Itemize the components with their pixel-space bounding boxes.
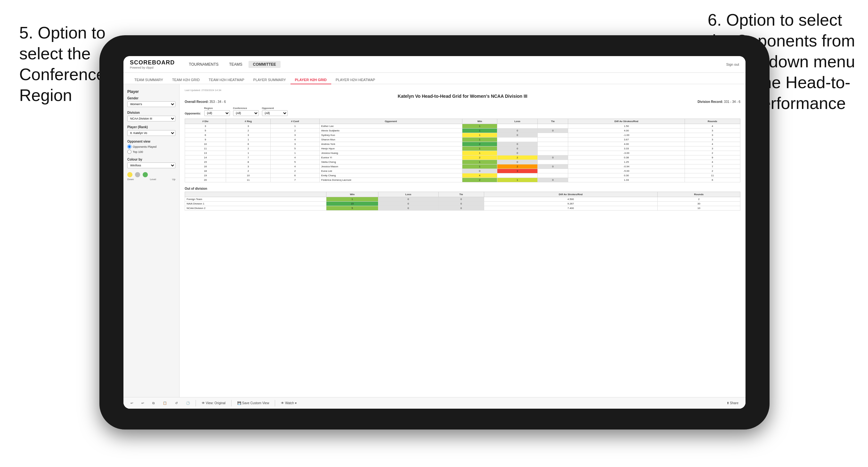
table-cell: -0.94: [568, 164, 685, 169]
sidebar-gender-label: Gender: [127, 96, 176, 100]
ood-table-cell: NCAA Division 2: [185, 206, 327, 211]
sidebar-opponent-view-label: Opponent view: [127, 140, 176, 143]
ood-table-cell: 0: [378, 197, 438, 201]
toolbar-redo[interactable]: ↩: [139, 400, 147, 406]
records-row: Overall Record: 353 - 34 - 6 Division Re…: [185, 100, 740, 103]
ood-table-cell: 9.267: [484, 201, 657, 206]
table-cell: 1: [226, 151, 270, 155]
toolbar-save-custom-view[interactable]: 💾 Save Custom View: [235, 400, 272, 406]
toolbar-share[interactable]: ⬆ Share: [724, 400, 741, 406]
division-record-value: 331 - 34 - 6: [724, 100, 740, 103]
ood-table-cell: 2: [657, 197, 740, 201]
table-cell: [538, 124, 568, 128]
tablet-frame: SCOREBOARD Powered by clippd TOURNAMENTS…: [99, 35, 770, 430]
table-cell: 8: [226, 160, 270, 164]
table-cell: 0: [538, 128, 568, 133]
table-cell: [538, 133, 568, 137]
table-cell: Heejo Hyun: [319, 147, 462, 151]
table-cell: [538, 142, 568, 147]
table-cell: 0.30: [568, 174, 685, 178]
ood-table-row: NAIA Division 115009.26730: [185, 201, 740, 206]
ood-table-cell: 15: [327, 201, 378, 206]
table-cell: 10: [226, 174, 270, 178]
conference-filter-group: Conference (All): [233, 107, 259, 116]
toolbar-refresh[interactable]: ↺: [173, 400, 180, 406]
table-row: 1634Jessica Mason120-0.947: [185, 164, 740, 169]
nav-tournaments[interactable]: TOURNAMENTS: [184, 61, 223, 68]
overall-record-label: Overall Record:: [185, 100, 209, 103]
ood-col-loss: Loss: [378, 192, 438, 197]
sidebar-division-select[interactable]: NCAA Division III: [127, 116, 176, 122]
table-cell: 11: [685, 174, 740, 178]
ood-table-cell: 10: [657, 206, 740, 211]
ood-table-cell: 0: [438, 201, 484, 206]
table-cell: 1: [462, 128, 497, 133]
table-cell: [538, 137, 568, 142]
table-cell: [497, 124, 537, 128]
sidebar-player-title: Player: [127, 89, 176, 94]
table-cell: 1: [462, 160, 497, 164]
table-cell: 6: [685, 178, 740, 182]
toolbar-paste[interactable]: 📋: [160, 400, 169, 406]
table-cell: Stella Cheng: [319, 160, 462, 164]
subnav-team-h2h-heatmap[interactable]: TEAM H2H HEATMAP: [204, 76, 249, 84]
table-cell: 2: [271, 169, 319, 174]
table-cell: 20: [185, 178, 226, 182]
table-cell: 0: [538, 164, 568, 169]
table-cell: 6: [271, 174, 319, 178]
table-row: 331Esther Lee11.504: [185, 124, 740, 128]
table-row: 1063Andrea York204.004: [185, 142, 740, 147]
table-cell: 2: [462, 142, 497, 147]
sign-out[interactable]: Sign out: [726, 62, 739, 66]
subnav-team-summary[interactable]: TEAM SUMMARY: [130, 76, 168, 84]
table-cell: 5: [271, 160, 319, 164]
sidebar-gender-select[interactable]: Women's Men's: [127, 101, 176, 107]
conference-filter-select[interactable]: (All): [233, 110, 259, 116]
table-cell: 3: [497, 169, 537, 174]
table-cell: 1: [226, 137, 270, 142]
sidebar-player-rank-select[interactable]: 8. Katelyn Vo: [127, 130, 176, 136]
toolbar-view-original[interactable]: 👁 View: Original: [199, 400, 228, 406]
table-cell: 9: [185, 137, 226, 142]
col-rounds: Rounds: [685, 119, 740, 124]
subnav-player-summary[interactable]: PLAYER SUMMARY: [249, 76, 290, 84]
ood-table-cell: 1: [327, 197, 378, 201]
nav-teams[interactable]: TEAMS: [224, 61, 247, 68]
table-cell: 2: [685, 169, 740, 174]
nav-committee[interactable]: COMMITTEE: [248, 61, 281, 68]
sidebar-colour-by-label: Colour by: [127, 158, 176, 161]
subnav-team-h2h-grid[interactable]: TEAM H2H GRID: [168, 76, 204, 84]
table-cell: 4: [271, 155, 319, 160]
toolbar-undo[interactable]: ↩: [128, 400, 136, 406]
table-cell: 2: [462, 155, 497, 160]
table-cell: 0: [497, 151, 537, 155]
ood-table-cell: 0: [378, 206, 438, 211]
subnav-player-h2h-grid[interactable]: PLAYER H2H GRID: [290, 76, 331, 84]
legend-dot-level: [135, 172, 140, 177]
opponent-filter-select[interactable]: (All): [262, 110, 288, 116]
table-row: 914Sharon Mun13.673: [185, 137, 740, 142]
main-content: Player Gender Women's Men's Division NCA…: [123, 84, 745, 409]
table-cell: 4.00: [568, 142, 685, 147]
region-filter-select[interactable]: (All): [204, 110, 230, 116]
legend-up-label: Up: [172, 178, 176, 181]
toolbar-copy[interactable]: ⧉: [150, 400, 157, 406]
table-cell: 3: [271, 142, 319, 147]
toolbar-clock[interactable]: 🕐: [183, 400, 192, 406]
sidebar-colour-by-select[interactable]: Win/loss: [127, 162, 176, 168]
table-cell: 4: [271, 137, 319, 142]
subnav-player-h2h-heatmap[interactable]: PLAYER H2H HEATMAP: [331, 76, 380, 84]
sidebar-opponent-view-section: Opponent view Opponents Played Top 100: [127, 140, 176, 154]
table-cell: 6: [226, 142, 270, 147]
table-cell: 14: [185, 155, 226, 160]
sub-nav: TEAM SUMMARY TEAM H2H GRID TEAM H2H HEAT…: [123, 73, 745, 84]
radio-top100[interactable]: Top 100: [127, 150, 176, 154]
table-cell: 2: [685, 151, 740, 155]
table-cell: 3: [685, 128, 740, 133]
table-cell: 3.33: [568, 147, 685, 151]
table-cell: 3: [271, 133, 319, 137]
ood-table-cell: 0: [378, 201, 438, 206]
table-cell: 13: [185, 151, 226, 155]
radio-opponents-played[interactable]: Opponents Played: [127, 145, 176, 149]
toolbar-watch[interactable]: 👁 Watch ▾: [278, 400, 299, 406]
